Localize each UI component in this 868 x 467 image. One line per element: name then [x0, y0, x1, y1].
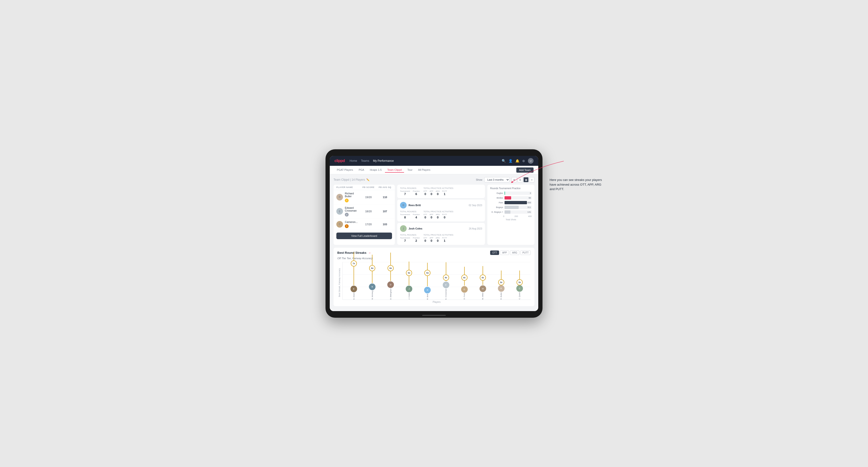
- player-info: R Richard Butler 1: [336, 192, 359, 203]
- table-row: R Richard Butler 1 19/20 110: [334, 190, 395, 205]
- x-axis-label: Players: [342, 301, 531, 303]
- nav-teams[interactable]: Teams: [361, 158, 369, 163]
- lb-header: PLAYER NAME PB SCORE PB AVG SQ: [334, 185, 395, 190]
- bar-label-eagles: Eagles: [490, 192, 503, 194]
- player-bar-britt: 5x R R. Britt: [424, 263, 431, 300]
- bar-row-pars: Pars 499: [490, 201, 532, 204]
- bar-list: Eagles 3 Birdies 96: [490, 191, 532, 214]
- plus-icon[interactable]: ⊕: [522, 159, 525, 163]
- bar-row-dbogeys: D. Bogeys + 131: [490, 210, 532, 214]
- card-date-josh: 26 Aug 2023: [469, 227, 482, 230]
- bar-track-eagles: 3: [504, 191, 532, 195]
- badge-richard: 1: [345, 198, 349, 203]
- subnav-pgat[interactable]: PGAT Players: [335, 167, 355, 173]
- avatar-richard: R: [336, 194, 343, 200]
- card-date-rees: 02 Sep 2023: [469, 204, 482, 207]
- axis-mark-400: 400: [528, 215, 532, 217]
- annotation-text: Here you can see streaks your players ha…: [550, 178, 604, 191]
- home-indicator: [422, 315, 446, 316]
- subnav-pga[interactable]: PGA: [356, 167, 367, 173]
- table-row: C Cameron... 3 17/20 103: [334, 219, 395, 230]
- bar-track-bogeys: 311: [504, 206, 532, 209]
- avatar[interactable]: U: [528, 158, 533, 164]
- bar-label-bogeys: Bogeys: [490, 206, 503, 209]
- edit-icon[interactable]: ✏️: [366, 178, 370, 181]
- pb-score-cameron: 17/20: [359, 223, 378, 226]
- bar-row-eagles: Eagles 3: [490, 191, 532, 195]
- player-bar-miller: 4x M M. Miller: [479, 266, 486, 300]
- streak-bubble-ebert: 7x: [351, 260, 357, 267]
- bar-row-birdies: Birdies 96: [490, 196, 532, 199]
- bell-icon[interactable]: 🔔: [516, 159, 519, 163]
- subnav-tour[interactable]: Tour: [405, 167, 415, 173]
- pb-avg-cameron: 103: [378, 223, 392, 226]
- team-header: Team Clippd | 14 Players ✏️ Show Last 3 …: [334, 177, 534, 182]
- pb-score-richard: 19/20: [359, 196, 378, 198]
- bar-track-dbogeys: 131: [504, 210, 532, 214]
- filter-select[interactable]: Last 3 months: [484, 177, 510, 182]
- player-bar-ford: 4x D D. Ford: [461, 267, 468, 300]
- player-bar-ebert: 7x E E. Ebert: [350, 252, 357, 300]
- player-photo-ebert: E: [350, 286, 357, 292]
- total-practice-label: Total Practice Activities: [423, 187, 453, 189]
- bar-track-birdies: 96: [504, 196, 532, 199]
- pb-avg-edward: 107: [378, 210, 392, 213]
- nav-my-performance[interactable]: My Performance: [373, 158, 394, 163]
- annotation-box: Here you can see streaks your players ha…: [550, 178, 604, 191]
- navbar: clippd Home Teams My Performance 🔍 👤 🔔 ⊕…: [330, 156, 538, 166]
- player-info: E Edward Crossman 2: [336, 206, 359, 217]
- player-cards: Total Rounds Tournament 7 Practice: [397, 185, 485, 245]
- detail-view-btn[interactable]: ≡: [529, 177, 534, 182]
- table-row: E Edward Crossman 2 18/20 107: [334, 205, 395, 219]
- player-bar-billingham: 6x D D. Billingham: [387, 253, 394, 300]
- subnav-hcaps[interactable]: Hcaps 1-5: [368, 167, 384, 173]
- pb-avg-richard: 110: [378, 196, 392, 198]
- player-info: C Cameron... 3: [336, 220, 359, 228]
- nav-links: Home Teams My Performance: [349, 158, 394, 163]
- add-team-button[interactable]: Add Team: [516, 167, 533, 173]
- search-icon[interactable]: 🔍: [502, 159, 506, 163]
- bar-chart-title: Rounds Tournament Practice: [490, 187, 532, 190]
- avatar-cameron: C: [336, 221, 343, 228]
- axis-mark-200: 200: [515, 215, 518, 217]
- bar-row-bogeys: Bogeys 311: [490, 206, 532, 209]
- avatar-josh: J: [400, 225, 407, 232]
- player-card-josh: J Josh Coles 26 Aug 2023 Total Rounds To…: [397, 223, 485, 245]
- view-full-leaderboard-button[interactable]: View Full Leaderboard: [336, 232, 392, 239]
- axis-mark-0: 0: [503, 215, 504, 217]
- avatar-rees: R: [400, 202, 407, 209]
- total-rounds-label: Total Rounds: [400, 187, 420, 189]
- pb-score-header: PB SCORE: [359, 186, 378, 188]
- logo: clippd: [335, 159, 345, 163]
- team-title: Team Clippd | 14 Players: [334, 178, 365, 181]
- badge-edward: 2: [345, 213, 349, 217]
- player-bar-coles: 5x J J. Coles: [406, 261, 412, 300]
- bar-label-birdies: Birdies: [490, 197, 503, 199]
- list-view-btn[interactable]: ☰: [518, 177, 523, 182]
- grid-view-btn[interactable]: ⊞: [512, 177, 517, 182]
- player-bar-mcherg: 6x B B. McHerg: [369, 255, 375, 300]
- subnav-all-players[interactable]: All Players: [416, 167, 433, 173]
- main-content: Team Clippd | 14 Players ✏️ Show Last 3 …: [330, 174, 538, 311]
- card-name-josh: Josh Coles: [408, 227, 423, 230]
- badge-cameron: 3: [345, 224, 349, 228]
- subnav-team-clippd[interactable]: Team Clippd: [385, 167, 404, 173]
- bar-chart-panel: Rounds Tournament Practice Eagles 3 Bir: [487, 185, 534, 245]
- player-name-cameron: Cameron...: [345, 220, 358, 223]
- player-name-ebert: E. Ebert: [353, 293, 355, 300]
- player-bar-butler: 3x R R. Butler: [498, 271, 504, 300]
- streaks-section: Best Round Streaks ← OTT APP ARG PUTT Of…: [334, 248, 534, 306]
- streak-line-ebert: [353, 252, 354, 285]
- player-card-first: Total Rounds Tournament 7 Practice: [397, 185, 485, 198]
- view-icons: ⊞ ☰ ▦ ≡: [512, 177, 534, 182]
- nav-home[interactable]: Home: [349, 158, 357, 163]
- player-name-edward: Edward Crossman: [345, 206, 359, 212]
- player-name-richard: Richard Butler: [345, 192, 359, 198]
- player-bar-crossman: 4x E E. Crossman: [443, 262, 450, 300]
- pb-avg-header: PB AVG SQ: [378, 186, 392, 188]
- user-icon[interactable]: 👤: [508, 159, 513, 163]
- card-view-btn[interactable]: ▦: [523, 177, 529, 182]
- bar-label-pars: Pars: [490, 201, 503, 204]
- nav-right: 🔍 👤 🔔 ⊕ U: [502, 158, 533, 164]
- player-card-rees: R Rees Britt 02 Sep 2023 Total Rounds To…: [397, 199, 485, 221]
